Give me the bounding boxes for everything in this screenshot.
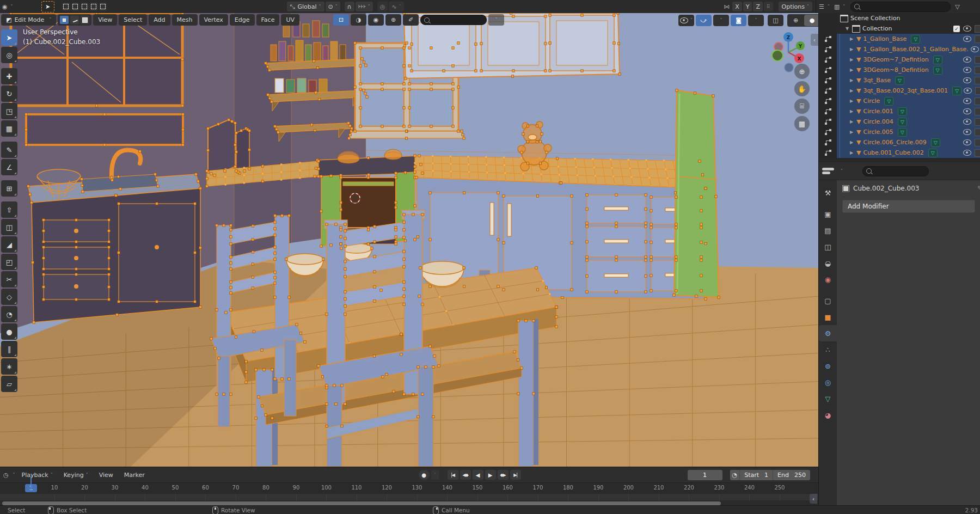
hide-viewport-eye-icon[interactable]: [963, 139, 971, 145]
properties-tab-world[interactable]: ◉: [819, 271, 837, 287]
timeline-collapse-arrow[interactable]: ‹: [810, 494, 817, 504]
disclosure-icon[interactable]: ▶: [849, 78, 854, 83]
options-dropdown[interactable]: Options ˅: [779, 2, 812, 11]
hide-viewport-eye-icon[interactable]: [963, 67, 971, 73]
select-mode-option-mode-invert[interactable]: [90, 3, 98, 11]
select-mode-option-mode-subtract[interactable]: [81, 3, 89, 11]
properties-tab-physics[interactable]: ⊚: [819, 358, 837, 374]
tool-button-extrude-region[interactable]: ⇧: [1, 201, 17, 218]
disclosure-icon[interactable]: ▶: [849, 99, 854, 103]
globe-icon[interactable]: ⊕: [385, 14, 401, 26]
hide-viewport-eye-icon[interactable]: [963, 77, 971, 83]
properties-tab-render[interactable]: ▣: [819, 206, 837, 222]
tool-button-select-box[interactable]: ➤: [1, 29, 17, 46]
properties-tab-scene[interactable]: ◒: [819, 255, 837, 271]
properties-tab-object[interactable]: ■: [819, 309, 837, 325]
timeline-editor-icon[interactable]: ◷: [3, 472, 9, 478]
jump-to-start-icon[interactable]: |◀: [448, 470, 458, 480]
properties-tab-object-data[interactable]: ▽: [819, 390, 837, 407]
tool-button-bevel[interactable]: ◢: [1, 236, 17, 253]
play-reverse-icon[interactable]: ◀: [473, 470, 483, 480]
display-mode-icon[interactable]: ▥: [834, 4, 840, 10]
properties-tab-constraints[interactable]: ◎: [819, 374, 837, 390]
disclosure-icon[interactable]: ▶: [849, 130, 854, 134]
outliner-object-row-3qt_Base.002_3qt_Base.001[interactable]: ▶ ▼ 3qt_Base.002_3qt_Base.001 ▽: [819, 85, 980, 96]
tool-button-add-cube[interactable]: ⊞: [1, 180, 17, 197]
tool-button-cursor[interactable]: ◎: [1, 47, 17, 63]
hide-viewport-eye-icon[interactable]: [963, 119, 971, 125]
auto-keying-record-button[interactable]: ●: [419, 470, 430, 480]
face-select-mode-button[interactable]: [81, 16, 89, 24]
show-overlays-toggle[interactable]: ◙: [731, 15, 746, 26]
hide-viewport-eye-icon[interactable]: [963, 108, 971, 114]
visibility-dropdown[interactable]: ˅: [678, 15, 694, 26]
viewport-canvas[interactable]: [0, 13, 818, 467]
properties-tab-particles[interactable]: ∴: [819, 341, 837, 358]
tool-button-rotate[interactable]: ↻: [1, 85, 17, 102]
proportional-editing-toggle[interactable]: ◎: [377, 2, 388, 11]
hide-viewport-eye-icon[interactable]: [963, 36, 971, 42]
mode-dropdown[interactable]: ◩ Edit Mode ˅: [1, 14, 56, 26]
tool-button-shrink-fatten[interactable]: ∗: [1, 358, 17, 375]
tool-button-smooth[interactable]: ●: [1, 323, 17, 340]
viewport-menu[interactable]: Face: [256, 14, 280, 26]
outliner-object-row-Cube.001_Cube.002[interactable]: ▶ ▼ Cube.001_Cube.002 ▽: [819, 148, 980, 158]
tool-button-inset-faces[interactable]: ◫: [1, 219, 17, 235]
outliner-search-input[interactable]: [850, 2, 951, 12]
properties-tab-view-layer[interactable]: ◫: [819, 238, 837, 255]
hide-viewport-eye-icon[interactable]: [963, 57, 971, 63]
disclosure-icon[interactable]: ▶: [849, 36, 854, 41]
outliner-object-row-Circle.001[interactable]: ▶ ▼ Circle.001 ▽: [819, 106, 980, 117]
next-keyframe-icon[interactable]: ◆▶: [498, 470, 509, 480]
properties-editor-icon[interactable]: [822, 167, 834, 175]
current-frame-field[interactable]: 1: [688, 470, 722, 480]
play-icon[interactable]: ▶: [485, 470, 496, 480]
tool-button-spin[interactable]: ◔: [1, 306, 17, 322]
disclosure-icon[interactable]: ▶: [849, 109, 854, 114]
timeline-menu[interactable]: Keying ˅: [59, 469, 93, 480]
viewport-search-input[interactable]: [420, 15, 487, 25]
disclosure-icon[interactable]: ▶: [849, 68, 854, 72]
select-mode-option-mode-intersect[interactable]: [99, 3, 107, 11]
select-mode-option-mode-extend[interactable]: [71, 3, 79, 11]
outliner-object-row-3qt_Base[interactable]: ▶ ▼ 3qt_Base ▽: [819, 75, 980, 85]
viewport-menu[interactable]: View: [93, 14, 117, 26]
disclosure-icon[interactable]: ▶: [849, 119, 854, 124]
tool-button-edge-slide[interactable]: ∥: [1, 341, 17, 357]
pivot-point-dropdown[interactable]: ⊙˅: [326, 2, 340, 11]
tool-button-shear[interactable]: ▱: [1, 376, 17, 392]
corners-select-icon[interactable]: ⊡: [333, 14, 349, 26]
outliner-object-row-Circle.004[interactable]: ▶ ▼ Circle.004 ▽: [819, 117, 980, 127]
timeline-scrollbar[interactable]: [2, 501, 721, 505]
active-tool-indicator[interactable]: ➤: [41, 1, 54, 13]
outliner-object-row-3DGeom~8_Defintion[interactable]: ▶ ▼ 3DGeom~8_Defintion ▽: [819, 65, 980, 75]
properties-tab-modifiers[interactable]: ⚙: [819, 325, 837, 341]
select-mode-option-mode-new[interactable]: [62, 3, 70, 11]
tool-button-measure[interactable]: ∠: [1, 159, 17, 175]
tool-button-move[interactable]: ✚: [1, 68, 17, 84]
timeline-menu[interactable]: View: [95, 469, 118, 480]
properties-tab-output[interactable]: ▤: [819, 222, 837, 238]
timeline-menu[interactable]: Playback ˅: [17, 469, 57, 480]
shading-wireframe-button[interactable]: ⊕: [788, 15, 804, 26]
zoom-icon[interactable]: ⊕: [794, 64, 810, 79]
disclosure-icon[interactable]: ▶: [849, 140, 854, 145]
hide-viewport-eye-icon[interactable]: [963, 129, 971, 135]
mirror-axis-button[interactable]: Y: [743, 2, 752, 11]
properties-search-input[interactable]: [862, 166, 929, 176]
tool-button-annotate[interactable]: ✎: [1, 142, 17, 158]
droplet-icon[interactable]: ◉: [368, 14, 384, 26]
chevron-down-icon[interactable]: ˅: [488, 14, 504, 26]
playhead[interactable]: [30, 476, 32, 491]
timeline-channel-area[interactable]: [0, 494, 818, 500]
show-gizmo-toggle[interactable]: ⤻: [696, 15, 712, 26]
transform-orientation-dropdown[interactable]: ⤡ Global ˅: [287, 2, 324, 11]
disclosure-icon[interactable]: ▶: [849, 47, 854, 52]
tool-button-poly-build[interactable]: ◇: [1, 289, 17, 305]
timeline-ruler[interactable]: 1 10203040506070809010011012013014015016…: [0, 482, 818, 494]
viewport-menu[interactable]: Select: [119, 14, 147, 26]
keying-set-dropdown[interactable]: ˅: [431, 470, 439, 480]
start-frame-field[interactable]: Start1: [740, 472, 773, 479]
snap-proportional-icon-button[interactable]: ⠿: [764, 2, 773, 11]
outliner-object-row-1_Gallon_Base.002_1_Gallon_Base.[interactable]: ▶ ▼ 1_Gallon_Base.002_1_Gallon_Base.: [819, 44, 980, 54]
